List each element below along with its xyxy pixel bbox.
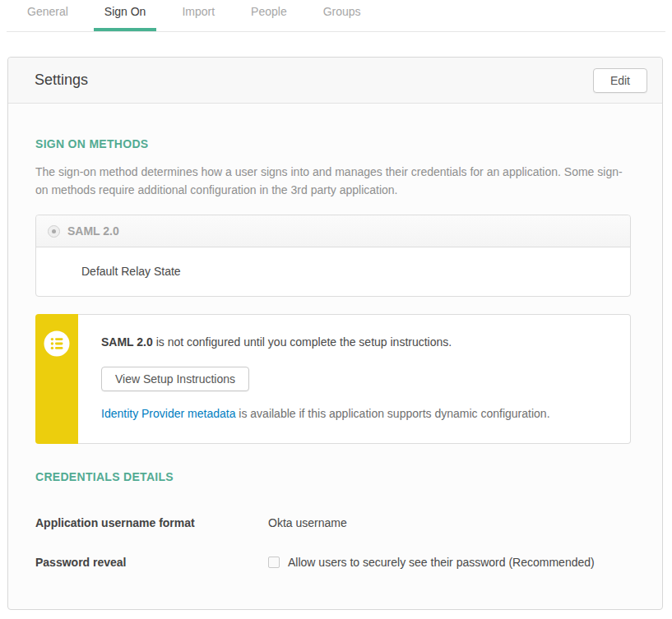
tab-sign-on[interactable]: Sign On	[94, 0, 157, 31]
password-reveal-checkbox[interactable]	[268, 557, 280, 568]
sign-on-methods-description: The sign-on method determines how a user…	[35, 163, 631, 199]
edit-button[interactable]: Edit	[593, 68, 647, 93]
saml-radio-button[interactable]	[48, 225, 60, 238]
callout-content: SAML 2.0 is not configured until you com…	[78, 314, 631, 444]
tab-people[interactable]: People	[251, 0, 287, 31]
idp-metadata-suffix: is available if this application support…	[235, 407, 549, 420]
username-format-value: Okta username	[268, 516, 347, 530]
settings-panel-header: Settings Edit	[8, 58, 662, 104]
saml-method-label: SAML 2.0	[67, 224, 119, 238]
callout-message: SAML 2.0 is not configured until you com…	[101, 335, 614, 349]
callout-stripe	[35, 314, 78, 444]
saml-method-box: SAML 2.0 Default Relay State	[35, 215, 631, 297]
callout-message-bold: SAML 2.0	[101, 335, 153, 349]
panel-title: Settings	[35, 72, 88, 89]
settings-panel: Settings Edit SIGN ON METHODS The sign-o…	[7, 57, 663, 610]
password-reveal-label: Password reveal	[35, 556, 268, 570]
view-setup-instructions-button[interactable]: View Setup Instructions	[101, 367, 249, 391]
tab-general[interactable]: General	[27, 0, 68, 31]
saml-method-header: SAML 2.0	[36, 215, 630, 247]
sign-on-methods-heading: SIGN ON METHODS	[35, 137, 631, 150]
identity-provider-metadata-link[interactable]: Identity Provider metadata	[101, 407, 235, 420]
tab-groups[interactable]: Groups	[323, 0, 361, 31]
password-reveal-row: Password reveal Allow users to securely …	[35, 556, 631, 570]
app-tabbar: General Sign On Import People Groups	[7, 0, 665, 32]
saml-setup-callout: SAML 2.0 is not configured until you com…	[35, 314, 631, 444]
setup-instructions-list-icon	[44, 314, 70, 357]
password-reveal-checkbox-label: Allow users to securely see their passwo…	[288, 556, 595, 570]
idp-metadata-line: Identity Provider metadata is available …	[101, 407, 614, 421]
settings-panel-body: SIGN ON METHODS The sign-on method deter…	[8, 104, 662, 609]
default-relay-state-label: Default Relay State	[36, 247, 630, 296]
callout-message-text: is not configured until you complete the…	[153, 335, 452, 349]
credentials-details-heading: CREDENTIALS DETAILS	[35, 470, 631, 483]
username-format-label: Application username format	[35, 516, 268, 530]
tab-import[interactable]: Import	[182, 0, 215, 31]
username-format-row: Application username format Okta usernam…	[35, 516, 631, 530]
